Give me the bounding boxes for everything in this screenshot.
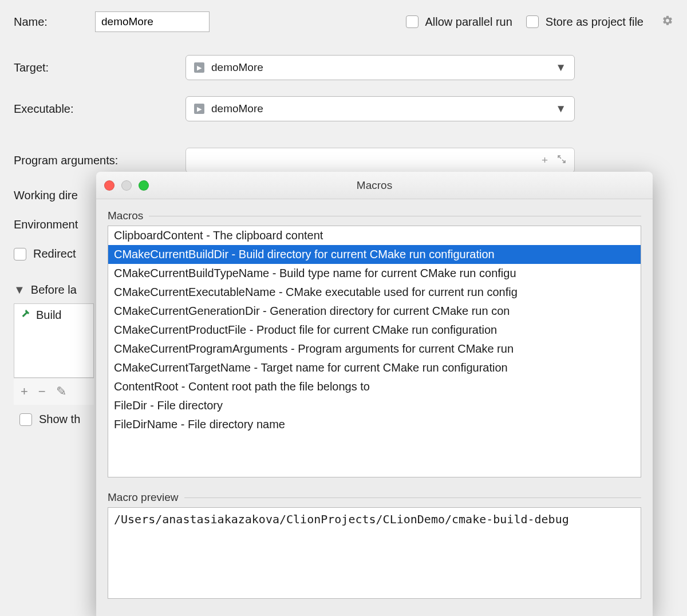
program-args-label: Program arguments:: [14, 154, 185, 167]
build-item-label: Build: [36, 309, 61, 322]
redirect-checkbox[interactable]: [14, 248, 26, 260]
store-project-label: Store as project file: [546, 15, 643, 29]
program-args-input[interactable]: +: [185, 148, 575, 173]
add-icon[interactable]: +: [21, 384, 28, 399]
macro-item[interactable]: CMakeCurrentGenerationDir - Generation d…: [108, 302, 641, 321]
executable-select[interactable]: ▶ demoMore ▼: [185, 96, 575, 121]
macro-preview-label: Macro preview: [108, 491, 641, 504]
allow-parallel-row[interactable]: Allow parallel run: [406, 15, 512, 29]
expand-icon[interactable]: [557, 154, 566, 167]
allow-parallel-label: Allow parallel run: [425, 15, 512, 29]
redirect-label: Redirect: [33, 247, 76, 260]
macro-item[interactable]: FileDirName - File directory name: [108, 415, 641, 434]
name-input[interactable]: [95, 11, 210, 32]
macro-item[interactable]: CMakeCurrentExecutableName - CMake execu…: [108, 283, 641, 302]
program-args-row: Program arguments: +: [14, 148, 673, 173]
target-run-icon: ▶: [194, 62, 204, 73]
macros-dialog: Macros Macros ClipboardContent - The cli…: [96, 172, 653, 616]
window-title: Macros: [96, 179, 653, 192]
executable-row: Executable: ▶ demoMore ▼: [14, 96, 673, 121]
target-row: Target: ▶ demoMore ▼: [14, 55, 673, 80]
macro-item[interactable]: CMakeCurrentProgramArguments - Program a…: [108, 339, 641, 358]
executable-value: demoMore: [211, 102, 263, 115]
redirect-checkbox-row[interactable]: Redirect: [14, 247, 76, 260]
target-select[interactable]: ▶ demoMore ▼: [185, 55, 575, 80]
macros-list-label: Macros: [108, 210, 641, 222]
show-this-label: Show th: [39, 413, 80, 426]
macro-preview: /Users/anastasiakazakova/ClionProjects/C…: [108, 507, 641, 599]
edit-icon[interactable]: ✎: [56, 384, 66, 399]
chevron-down-icon: ▼: [555, 61, 566, 74]
name-label: Name:: [14, 15, 81, 29]
macros-list[interactable]: ClipboardContent - The clipboard content…: [108, 226, 641, 477]
allow-parallel-checkbox[interactable]: [406, 15, 418, 28]
executable-run-icon: ▶: [194, 104, 204, 114]
titlebar[interactable]: Macros: [96, 172, 653, 199]
macro-item[interactable]: CMakeCurrentProductFile - Product file f…: [108, 321, 641, 339]
target-value: demoMore: [211, 61, 263, 74]
store-project-checkbox[interactable]: [526, 15, 539, 28]
chevron-down-icon: ▼: [555, 102, 566, 115]
gear-icon[interactable]: [662, 15, 673, 29]
macro-item[interactable]: CMakeCurrentTargetName - Target name for…: [108, 358, 641, 377]
top-row: Name: Allow parallel run Store as projec…: [14, 11, 673, 32]
before-launch-toolbar: + − ✎: [14, 378, 94, 405]
macro-item[interactable]: CMakeCurrentBuildTypeName - Build type n…: [108, 264, 641, 283]
plus-icon[interactable]: +: [542, 154, 548, 167]
macro-item[interactable]: ClipboardContent - The clipboard content: [108, 226, 641, 245]
before-launch-list[interactable]: Build: [14, 303, 94, 378]
remove-icon[interactable]: −: [38, 384, 46, 399]
disclosure-triangle-icon: ▼: [14, 283, 25, 297]
show-this-checkbox[interactable]: [19, 413, 32, 426]
before-launch-label: Before la: [31, 283, 77, 297]
store-project-row[interactable]: Store as project file: [526, 15, 643, 29]
macro-item[interactable]: ContentRoot - Content root path the file…: [108, 377, 641, 396]
hammer-icon: [20, 309, 30, 322]
macro-item[interactable]: FileDir - File directory: [108, 396, 641, 415]
macro-item[interactable]: CMakeCurrentBuildDir - Build directory f…: [108, 245, 641, 264]
target-label: Target:: [14, 61, 185, 74]
executable-label: Executable:: [14, 102, 185, 116]
list-item[interactable]: Build: [14, 304, 93, 326]
